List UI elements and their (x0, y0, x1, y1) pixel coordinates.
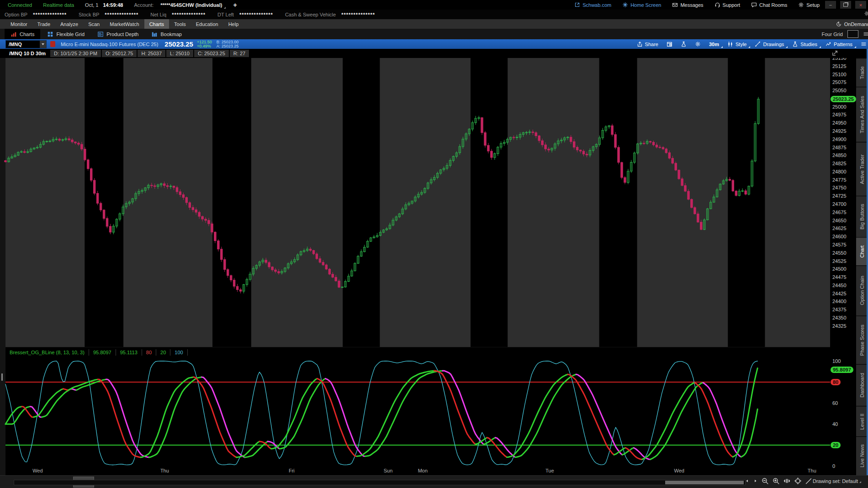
study-name[interactable]: Bressert_OG_BLine (8, 13, 10, 3) (5, 349, 89, 356)
symbol-value[interactable]: /MNQ (6, 42, 40, 47)
chart-scrollbar[interactable] (14, 480, 746, 485)
home-screen-button[interactable]: Home Screen (618, 0, 665, 10)
oscillator-pane[interactable] (5, 357, 830, 467)
gear-icon[interactable] (864, 10, 868, 16)
price-tick: 24775 (832, 177, 847, 183)
price-tick: 24575 (832, 242, 847, 247)
arrow-left-icon[interactable] (745, 478, 750, 483)
chart-settings-button[interactable] (691, 39, 705, 49)
maximize-chart-icon[interactable] (831, 50, 838, 57)
account-selector[interactable]: *****454SCHW (Individual) (160, 0, 226, 10)
menu-item-tools[interactable]: Tools (169, 19, 191, 29)
balance-value: ************** (239, 12, 273, 17)
main-chart-pane[interactable] (5, 58, 830, 347)
tab-bookmap[interactable]: Bookmap (145, 29, 187, 39)
tab-product-depth[interactable]: Product Depth (91, 29, 144, 39)
price-tick: 24400 (832, 299, 847, 304)
restore-button[interactable] (840, 1, 851, 9)
study-value[interactable]: 100 (170, 349, 187, 356)
report-button[interactable] (662, 39, 677, 49)
menu-item-analyze[interactable]: Analyze (55, 19, 83, 29)
gear-icon (798, 2, 804, 8)
chat-rooms-button[interactable]: Chat Rooms (747, 0, 791, 10)
scrollbar-thumb[interactable] (665, 481, 744, 484)
add-workspace-button[interactable]: + (229, 0, 241, 10)
menu-item-scan[interactable]: Scan (83, 19, 105, 29)
zoom-in-icon[interactable] (772, 477, 780, 485)
price-tick: 24825 (832, 161, 847, 166)
price-tick: 24750 (832, 185, 847, 190)
study-value[interactable]: 95.8097 (89, 349, 116, 356)
day-label: Thu (808, 468, 816, 473)
product-depth-icon (97, 31, 104, 37)
pan-zoom-icon[interactable] (783, 477, 791, 485)
tab-flexible-grid[interactable]: Flexible Grid (41, 29, 90, 39)
price-tick: 25000 (832, 104, 847, 110)
timeframe-button[interactable]: 30m (705, 39, 723, 49)
oscillator-tick: 0 (832, 463, 835, 469)
balance-label: Option BP (5, 12, 27, 17)
studies-button[interactable]: Studies (788, 39, 821, 49)
price-tick: 24950 (832, 120, 847, 126)
price-axis[interactable]: 2515025125251002507525050250002497524950… (830, 58, 856, 475)
title-bar: Connected Realtime data Oct, 1 14:59:48 … (0, 0, 868, 10)
price-tick: 24675 (832, 210, 847, 215)
menu-item-education[interactable]: Education (191, 19, 223, 29)
schwab-link-button[interactable]: Schwab.com (570, 0, 615, 10)
arrow-right-icon[interactable] (753, 478, 758, 483)
chevron-down-icon (42, 43, 44, 45)
timeframe-label: 30m (709, 42, 719, 47)
symbol-input[interactable]: /MNQ (5, 40, 47, 48)
line-icon (755, 41, 761, 47)
price-tick: 25050 (832, 88, 847, 93)
four-grid-box[interactable] (847, 30, 858, 38)
headset-icon (715, 2, 720, 8)
day-label: Tue (545, 468, 554, 473)
bottom-bar: Drawing set: Default (0, 475, 868, 488)
chevron-corner-icon (786, 46, 788, 48)
share-button[interactable]: Share (633, 39, 662, 49)
study-value[interactable]: 20 (156, 349, 170, 356)
menu-item-help[interactable]: Help (223, 19, 244, 29)
menu-item-charts[interactable]: Charts (144, 19, 169, 29)
chat-rooms-label: Chat Rooms (759, 2, 787, 8)
study-value[interactable]: 95.1113 (116, 349, 142, 356)
patterns-button[interactable]: Patterns (821, 39, 857, 49)
menu-icon[interactable] (863, 31, 868, 37)
chart-menu-button[interactable] (857, 39, 868, 49)
menu-item-marketwatch[interactable]: MarketWatch (105, 19, 144, 29)
price-tick: 24425 (832, 291, 847, 296)
time-axis: WedThuFriSunMonTueWedThu (5, 467, 830, 475)
style-button[interactable]: Style (723, 39, 751, 49)
connection-status[interactable]: Connected (4, 0, 36, 10)
symbol-dropdown-button[interactable] (40, 41, 46, 48)
crosshair-icon[interactable] (794, 477, 802, 485)
support-button[interactable]: Support (710, 0, 745, 10)
drawing-set-selector[interactable]: Drawing set: Default (813, 478, 862, 484)
chevron-corner-icon (721, 46, 723, 48)
bid-ask: B: 25023.00 A: 25023.25 (217, 40, 239, 48)
minimize-button[interactable]: − (825, 1, 836, 9)
balance-value: ************** (33, 12, 67, 17)
feed-status[interactable]: Realtime data (39, 0, 78, 10)
balance-label: Cash & Sweep Vehicle (285, 12, 336, 17)
menu-item-monitor[interactable]: Monitor (5, 19, 32, 29)
ondemand-button[interactable]: OnDemand (836, 19, 868, 29)
quick-study-button[interactable] (677, 39, 691, 49)
link-badge[interactable] (50, 41, 55, 47)
envelope-icon (672, 2, 678, 8)
study-value[interactable]: 80 (142, 349, 156, 356)
tab-charts[interactable]: Charts (5, 29, 40, 39)
trend-line-icon[interactable] (805, 478, 812, 485)
menu-item-trade[interactable]: Trade (32, 19, 55, 29)
messages-button[interactable]: Messages (668, 0, 707, 10)
setup-button[interactable]: Setup (794, 0, 824, 10)
ohlc-cell: R: 27 (230, 50, 249, 57)
last-price-bubble: 25023.25 (831, 96, 856, 102)
price-tick: 24500 (832, 266, 847, 272)
close-button[interactable]: × (855, 1, 866, 9)
zoom-out-icon[interactable] (761, 477, 769, 485)
pane-resize-handle[interactable] (1, 373, 3, 381)
ohlc-info-bar: /MNQ 10 D 30m D: 10/1/25 2:30 PMO: 25012… (0, 49, 868, 58)
drawings-button[interactable]: Drawings (751, 39, 788, 49)
